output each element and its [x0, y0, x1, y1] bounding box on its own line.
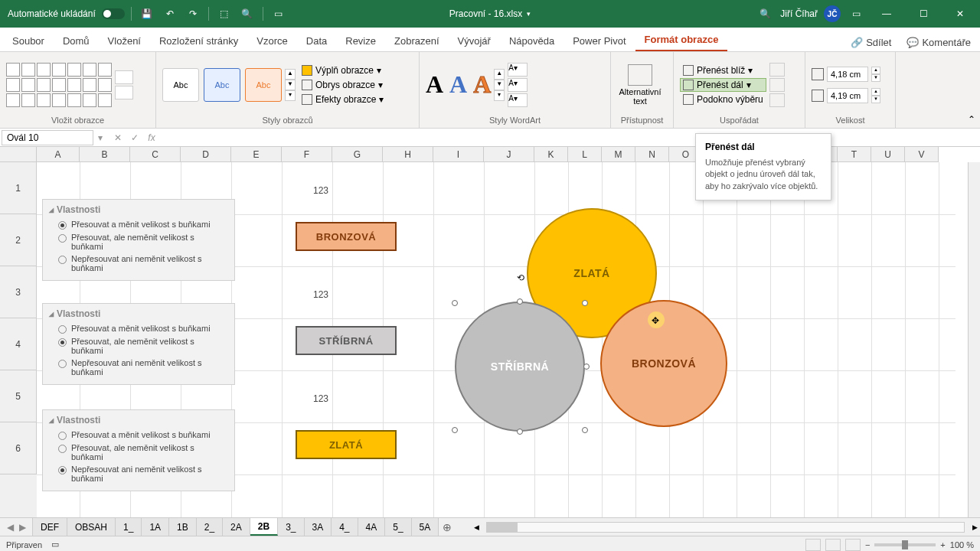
- col-header-B[interactable]: B: [80, 147, 130, 161]
- sheet-tab-DEF[interactable]: DEF: [33, 518, 67, 536]
- selection-handle[interactable]: [583, 364, 590, 370]
- hscroll-right[interactable]: ▶: [969, 523, 980, 531]
- tab-format-obrazce[interactable]: Formát obrazce: [635, 29, 728, 51]
- zoom-level[interactable]: 100 %: [950, 540, 974, 549]
- sheet-tab-1A[interactable]: 1A: [142, 518, 169, 536]
- save-icon[interactable]: 💾: [138, 5, 156, 23]
- minimize-button[interactable]: —: [871, 0, 902, 28]
- redo-icon[interactable]: ↷: [184, 5, 202, 23]
- share-button[interactable]: 🔗 Sdílet: [844, 34, 897, 51]
- sheet-tab-4A[interactable]: 4A: [358, 518, 386, 536]
- selection-handle[interactable]: [582, 300, 588, 306]
- form-icon[interactable]: ▭: [270, 5, 288, 23]
- shape-style-gallery[interactable]: Abc Abc Abc: [162, 68, 282, 102]
- gallery-up[interactable]: ▲: [285, 69, 296, 80]
- col-header-F[interactable]: F: [282, 147, 332, 161]
- shape-outline-button[interactable]: Obrys obrazce ▾: [299, 78, 387, 92]
- width-input[interactable]: [827, 88, 868, 103]
- worksheet-grid[interactable]: 123 123 123 BRONZOVÁ STŘÍBRNÁ ZLATÁ ZLAT…: [37, 162, 968, 517]
- touch-icon[interactable]: ⬚: [215, 5, 234, 23]
- sheet-tab-3A[interactable]: 3A: [305, 518, 332, 536]
- user-avatar[interactable]: JČ: [824, 5, 841, 22]
- col-header-C[interactable]: C: [130, 147, 181, 161]
- sheet-tab-5A[interactable]: 5A: [412, 518, 439, 536]
- row-header-1[interactable]: 1: [0, 162, 37, 214]
- fx-icon[interactable]: fx: [144, 130, 159, 145]
- text-effects-button[interactable]: A▾: [508, 93, 528, 107]
- selection-handle[interactable]: [517, 298, 523, 305]
- row-header-2[interactable]: 2: [0, 214, 37, 266]
- rect-silver[interactable]: STŘÍBRNÁ: [296, 326, 397, 355]
- col-header-K[interactable]: K: [534, 147, 568, 161]
- col-header-V[interactable]: V: [905, 147, 939, 161]
- radio-option[interactable]: Přesouvat a měnit velikost s buňkami: [49, 218, 228, 231]
- col-header-J[interactable]: J: [484, 147, 534, 161]
- horizontal-scrollbar[interactable]: [486, 522, 965, 533]
- confirm-icon[interactable]: ✓: [127, 130, 142, 145]
- width-control[interactable]: ▲▼: [812, 88, 880, 103]
- row-header-6[interactable]: 6: [0, 422, 37, 474]
- group-button[interactable]: [769, 78, 785, 92]
- vertical-scrollbar[interactable]: [968, 162, 980, 517]
- sheet-tab-2B[interactable]: 2B: [250, 518, 278, 536]
- shape-fill-button[interactable]: Výplň obrazce ▾: [299, 64, 387, 77]
- wordart-2[interactable]: A: [449, 70, 467, 99]
- tab-vlozeni[interactable]: Vložení: [99, 31, 150, 51]
- tab-vyvojar[interactable]: Vývojář: [449, 31, 500, 51]
- rotation-handle[interactable]: ⟲: [517, 272, 529, 285]
- select-all-corner[interactable]: [0, 147, 37, 162]
- col-header-H[interactable]: H: [383, 147, 433, 161]
- radio-option[interactable]: Nepřesouvat ani neměnit velikost s buňka…: [49, 357, 228, 378]
- maximize-button[interactable]: ☐: [908, 0, 939, 28]
- text-box-button[interactable]: [115, 86, 133, 99]
- selection-handle[interactable]: [582, 427, 588, 433]
- style-2[interactable]: Abc: [204, 68, 240, 102]
- col-header-D[interactable]: D: [181, 147, 231, 161]
- col-header-E[interactable]: E: [231, 147, 282, 161]
- col-header-L[interactable]: L: [568, 147, 602, 161]
- selection-handle[interactable]: [452, 300, 458, 306]
- radio-option[interactable]: Přesouvat, ale neměnit velikost s buňkam…: [49, 231, 228, 253]
- text-fill-button[interactable]: A▾: [508, 63, 528, 77]
- height-control[interactable]: ▲▼: [812, 67, 880, 82]
- rotate-button[interactable]: [769, 93, 785, 107]
- sheet-tab-OBSAH[interactable]: OBSAH: [67, 518, 116, 536]
- search-icon[interactable]: 🔍: [756, 5, 774, 23]
- sheet-tab-3_[interactable]: 3_: [278, 518, 304, 536]
- wa-more[interactable]: ▾: [494, 90, 505, 101]
- sheet-tab-2A[interactable]: 2A: [223, 518, 250, 536]
- macro-record-icon[interactable]: ▭: [51, 540, 59, 549]
- sheet-tab-2_[interactable]: 2_: [197, 518, 223, 536]
- tab-domu[interactable]: Domů: [54, 31, 99, 51]
- wordart-3[interactable]: A: [473, 70, 491, 99]
- text-outline-button[interactable]: A▾: [508, 78, 528, 92]
- radio-option[interactable]: Přesouvat, ale neměnit velikost s buňkam…: [49, 335, 228, 357]
- zoom-icon[interactable]: 🔍: [238, 5, 256, 23]
- add-sheet-button[interactable]: ⊕: [439, 521, 456, 533]
- wordart-gallery[interactable]: A A A: [426, 70, 491, 99]
- cancel-icon[interactable]: ✕: [110, 130, 126, 145]
- sheet-tab-5_[interactable]: 5_: [385, 518, 411, 536]
- radio-option[interactable]: Nepřesouvat ani neměnit velikost s buňka…: [49, 253, 228, 274]
- page-layout-button[interactable]: [825, 539, 841, 551]
- selection-handle[interactable]: [452, 427, 458, 433]
- hscroll-left[interactable]: ◀: [471, 523, 482, 531]
- row-header-5[interactable]: 5: [0, 370, 37, 422]
- close-button[interactable]: ✕: [945, 0, 975, 28]
- zoom-in-button[interactable]: +: [940, 540, 945, 549]
- tab-data[interactable]: Data: [297, 31, 336, 51]
- autosave-toggle[interactable]: Automatické ukládání: [8, 8, 125, 19]
- style-3[interactable]: Abc: [245, 68, 282, 102]
- alt-text-button[interactable]: Alternativní text: [617, 64, 663, 106]
- row-header-3[interactable]: 3: [0, 266, 37, 318]
- tab-vzorce[interactable]: Vzorce: [247, 31, 296, 51]
- row-headers[interactable]: 123456: [0, 162, 37, 517]
- tab-nav-prev[interactable]: ◀: [5, 521, 15, 533]
- col-header-U[interactable]: U: [871, 147, 905, 161]
- height-input[interactable]: [827, 67, 868, 82]
- tab-zobrazeni[interactable]: Zobrazení: [385, 31, 449, 51]
- tab-rozlozeni[interactable]: Rozložení stránky: [150, 31, 247, 51]
- normal-view-button[interactable]: [805, 539, 821, 551]
- col-header-T[interactable]: T: [838, 147, 871, 161]
- radio-option[interactable]: Přesouvat a měnit velikost s buňkami: [49, 429, 228, 442]
